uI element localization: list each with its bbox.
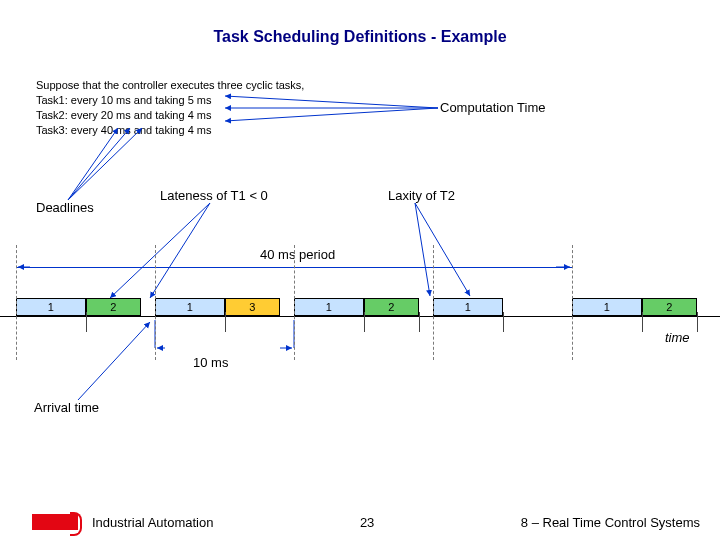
schedule-timeline: 121312112 (0, 298, 720, 318)
tick-minor (419, 312, 420, 332)
label-ten-ms: 10 ms (193, 355, 228, 370)
task-block-2: 2 (642, 298, 698, 316)
svg-line-16 (78, 322, 150, 400)
svg-line-5 (68, 128, 142, 200)
tick-major (155, 245, 156, 360)
label-arrival-time: Arrival time (34, 400, 99, 415)
task-block-2: 2 (364, 298, 420, 316)
footer-chapter: 8 – Real Time Control Systems (521, 515, 700, 530)
tick-minor (364, 312, 365, 332)
example-description: Suppose that the controller executes thr… (36, 78, 304, 137)
label-laxity: Laxity of T2 (388, 188, 455, 203)
desc-task1: Task1: every 10 ms and taking 5 ms (36, 93, 304, 108)
svg-line-4 (68, 128, 130, 200)
label-period: 40 ms period (260, 247, 335, 262)
svg-line-3 (68, 128, 118, 200)
desc-task2: Task2: every 20 ms and taking 4 ms (36, 108, 304, 123)
label-time-axis: time (665, 330, 690, 345)
svg-line-7 (150, 203, 210, 298)
tick-major (16, 245, 17, 360)
tick-major (572, 245, 573, 360)
footer-course: Industrial Automation (92, 515, 213, 530)
task-block-3: 3 (225, 298, 281, 316)
svg-line-8 (415, 203, 430, 296)
slide-title: Task Scheduling Definitions - Example (0, 0, 720, 46)
tick-minor (697, 312, 698, 332)
label-lateness: Lateness of T1 < 0 (160, 188, 268, 203)
time-axis-line (0, 316, 720, 317)
footer-page-number: 23 (213, 515, 520, 530)
label-deadlines: Deadlines (36, 200, 94, 215)
desc-task3: Task3: every 40 ms and taking 4 ms (36, 123, 304, 138)
tick-minor (225, 312, 226, 332)
task-block-1: 1 (16, 298, 86, 316)
svg-line-9 (415, 203, 470, 296)
tick-major (433, 245, 434, 360)
task-block-2: 2 (86, 298, 142, 316)
tick-major (294, 245, 295, 360)
task-block-1: 1 (294, 298, 364, 316)
slide-footer: Industrial Automation 23 8 – Real Time C… (0, 514, 720, 530)
tick-minor (642, 312, 643, 332)
label-computation-time: Computation Time (440, 100, 546, 115)
task-block-1: 1 (155, 298, 225, 316)
tick-minor (86, 312, 87, 332)
task-block-1: 1 (572, 298, 642, 316)
desc-intro: Suppose that the controller executes thr… (36, 78, 304, 93)
tick-minor (503, 312, 504, 332)
svg-line-6 (110, 203, 210, 298)
epfl-logo (32, 514, 78, 530)
task-block-1: 1 (433, 298, 503, 316)
